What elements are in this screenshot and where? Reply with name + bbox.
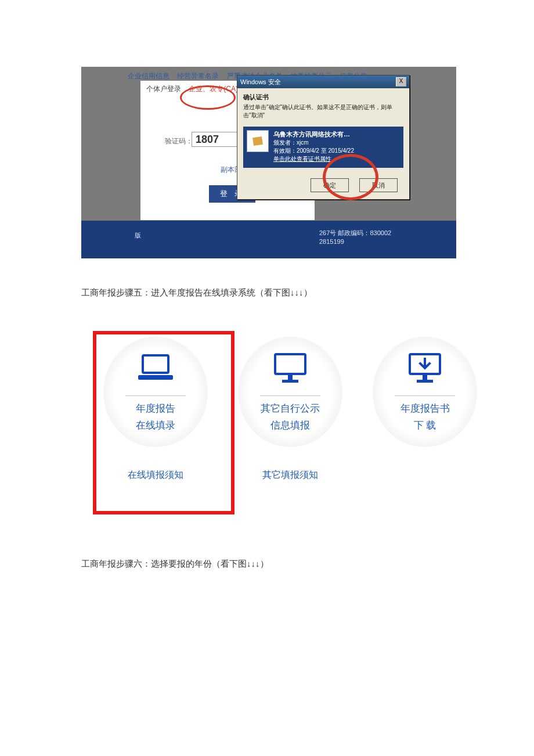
- options-row: 年度报告 在线填录 在线填报须知: [103, 337, 477, 481]
- captcha-label: 验证码：: [165, 136, 193, 146]
- dialog-heading: 确认证书: [243, 93, 403, 102]
- certificate-name: 乌鲁木齐方讯网络技术有…: [273, 130, 354, 139]
- divider: [395, 395, 455, 396]
- option-title: 年度报告 在线填录: [136, 401, 175, 434]
- footer-right-2: 2815199: [319, 238, 344, 245]
- certificate-box[interactable]: 乌鲁木齐方讯网络技术有… 颁发者：xjcm 有效期：2009/4/2 至 201…: [243, 127, 403, 168]
- dialog-titlebar: Windows 安全 X: [237, 75, 409, 88]
- certificate-issuer: 颁发者：xjcm: [273, 139, 354, 147]
- annotation-ellipse-tab: [180, 85, 236, 110]
- option-oval: 年度报告书 下 载: [373, 337, 477, 447]
- option-oval: 年度报告 在线填录: [103, 337, 208, 447]
- option-annual-report-entry[interactable]: 年度报告 在线填录 在线填报须知: [103, 337, 208, 481]
- svg-rect-6: [423, 375, 427, 380]
- svg-rect-2: [275, 354, 305, 374]
- menu-item: 经营异常名录: [177, 72, 219, 80]
- option-title: 其它自行公示 信息填报: [261, 401, 320, 434]
- svg-rect-0: [143, 355, 168, 373]
- close-icon[interactable]: X: [396, 77, 406, 87]
- step6-instruction: 工商年报步骤六：选择要报的年份（看下图↓↓↓）: [81, 559, 453, 570]
- options-screenshot: 年度报告 在线填录 在线填报须知: [87, 331, 470, 517]
- dialog-message: 通过单击"确定"确认此证书。如果这不是正确的证书，则单击"取消": [243, 103, 403, 120]
- svg-rect-7: [417, 380, 433, 383]
- svg-rect-3: [288, 375, 293, 380]
- svg-rect-4: [282, 380, 298, 383]
- annotation-circle-ok: [323, 154, 378, 200]
- page-footer: 版 267号 邮政编码：830002 2815199: [81, 221, 456, 258]
- monitor-icon: [272, 337, 309, 392]
- footer-left: 版: [135, 231, 141, 240]
- footer-right-1: 267号 邮政编码：830002: [319, 229, 391, 237]
- download-monitor-icon: [406, 337, 443, 392]
- certificate-icon: [247, 130, 269, 152]
- menu-item: 企业信用信息: [128, 72, 169, 80]
- tab-individual[interactable]: 个体户登录: [146, 85, 181, 93]
- step5-instruction: 工商年报步骤五：进入年度报告在线填录系统（看下图↓↓↓）: [81, 287, 453, 298]
- option-title: 年度报告书 下 载: [400, 401, 450, 434]
- captcha-input[interactable]: 1807: [192, 132, 239, 147]
- option-download-report[interactable]: 年度报告书 下 载: [373, 337, 477, 481]
- option-oval: 其它自行公示 信息填报: [238, 337, 342, 447]
- login-dialog-screenshot: 企业信用信息 经营异常名录 严重违法企业名单 抽查检查公示 信息公告 个体户登录…: [81, 67, 456, 258]
- option-link[interactable]: 在线填报须知: [128, 469, 183, 481]
- svg-rect-1: [138, 375, 173, 380]
- divider: [125, 395, 186, 396]
- certificate-validity: 有效期：2009/4/2 至 2015/4/22: [273, 147, 354, 155]
- dialog-title: Windows 安全: [240, 78, 281, 87]
- option-other-disclosure[interactable]: 其它自行公示 信息填报 其它填报须知: [238, 337, 342, 481]
- divider: [260, 395, 320, 396]
- laptop-icon: [137, 337, 174, 392]
- option-link[interactable]: 其它填报须知: [262, 469, 318, 481]
